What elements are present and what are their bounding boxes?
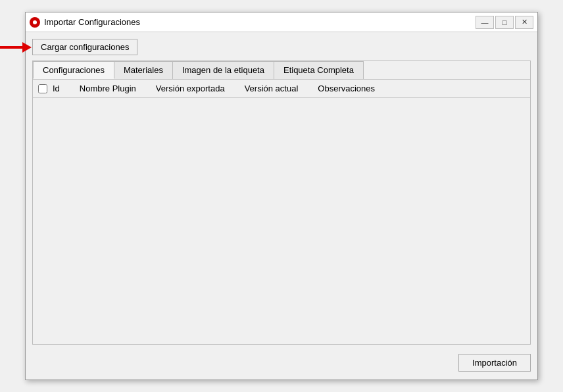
toolbar: Cargar configuraciones (32, 39, 531, 55)
app-icon (30, 17, 40, 28)
tab-content-configuraciones: Id Nombre Plugin Versión exportada Versi… (33, 80, 530, 344)
table-body (33, 98, 530, 344)
arrow-annotation (0, 42, 32, 53)
window-title: Importar Configuraciones (44, 17, 140, 27)
title-bar-controls: — □ ✕ (476, 16, 533, 29)
load-configurations-button[interactable]: Cargar configuraciones (32, 39, 137, 55)
window-content: Cargar configuraciones Configuraciones M… (26, 32, 537, 380)
col-header-version-exportada: Versión exportada (156, 84, 245, 93)
tab-etiqueta-completa[interactable]: Etiqueta Completa (274, 61, 364, 79)
arrow-head (22, 42, 32, 53)
tabs-bar: Configuraciones Materiales Imagen de la … (33, 61, 530, 80)
select-all-checkbox[interactable] (38, 84, 47, 93)
maximize-button[interactable]: □ (495, 16, 514, 29)
arrow-shaft (0, 46, 22, 49)
close-button[interactable]: ✕ (515, 16, 533, 29)
col-header-id: Id (53, 84, 80, 93)
red-arrow (0, 42, 32, 53)
tab-materiales[interactable]: Materiales (114, 61, 173, 79)
import-button[interactable]: Importación (458, 354, 531, 372)
title-bar-left: Importar Configuraciones (30, 17, 140, 28)
table-column-headers: Id Nombre Plugin Versión exportada Versi… (53, 84, 395, 93)
col-header-observaciones: Observaciones (318, 84, 395, 93)
title-bar: Importar Configuraciones — □ ✕ (26, 12, 537, 32)
col-header-version-actual: Versión actual (245, 84, 318, 93)
tab-configuraciones[interactable]: Configuraciones (33, 61, 114, 79)
tab-imagen-etiqueta[interactable]: Imagen de la etiqueta (172, 61, 274, 79)
table-header: Id Nombre Plugin Versión exportada Versi… (33, 80, 530, 98)
col-header-nombre-plugin: Nombre Plugin (80, 84, 156, 93)
main-window: Importar Configuraciones — □ ✕ Cargar co… (25, 12, 538, 380)
minimize-button[interactable]: — (476, 16, 494, 29)
tab-container: Configuraciones Materiales Imagen de la … (32, 61, 531, 345)
footer: Importación (32, 350, 531, 373)
